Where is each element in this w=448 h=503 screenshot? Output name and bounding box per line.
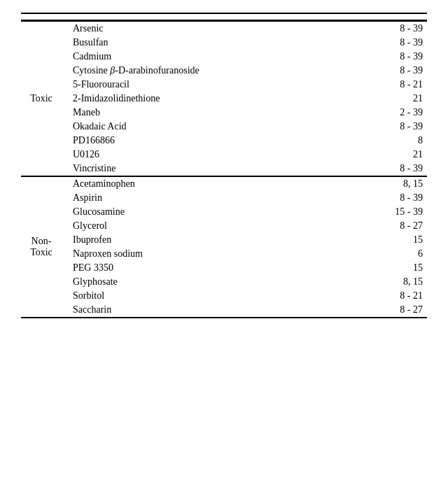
chemical-name: Arsenic: [63, 21, 353, 36]
missing-days-value: 8 - 39: [353, 191, 427, 205]
chemical-name: U0126: [63, 148, 353, 162]
table-row: Busulfan8 - 39: [21, 36, 427, 50]
chemical-name: PEG 3350: [63, 261, 353, 275]
chemical-name: Naproxen sodium: [63, 247, 353, 261]
missing-days-value: 15: [353, 261, 427, 275]
chemical-name: Cadmium: [63, 50, 353, 64]
chemical-name: Glycerol: [63, 219, 353, 233]
table-row: Okadaic Acid8 - 39: [21, 120, 427, 134]
table-row: Glucosamine15 - 39: [21, 205, 427, 219]
missing-days-value: 8, 15: [353, 275, 427, 289]
table-row: PEG 335015: [21, 261, 427, 275]
table-row: Aspirin8 - 39: [21, 191, 427, 205]
chemical-name: Ibuprofen: [63, 233, 353, 247]
section-label: Non-Toxic: [21, 177, 63, 318]
table-row: Glyphosate8, 15: [21, 275, 427, 289]
chemical-name: Okadaic Acid: [63, 120, 353, 134]
chemical-name: Aspirin: [63, 191, 353, 205]
chemical-name: 2-Imidazolidinethione: [63, 92, 353, 106]
table-row: Non-ToxicAcetaminophen8, 15: [21, 177, 427, 192]
table-row: Cadmium8 - 39: [21, 50, 427, 64]
missing-days-value: 8: [353, 134, 427, 148]
missing-days-value: 15 - 39: [353, 205, 427, 219]
table-row: Saccharin8 - 27: [21, 303, 427, 318]
table-row: 2-Imidazolidinethione21: [21, 92, 427, 106]
label-col-header: [21, 14, 63, 20]
missing-days-value: 8, 15: [353, 177, 427, 192]
missing-days-value: 8 - 21: [353, 289, 427, 303]
table-row: Glycerol8 - 27: [21, 219, 427, 233]
table-row: U012621: [21, 148, 427, 162]
missing-days-value: 8 - 39: [353, 50, 427, 64]
table-wrapper: ToxicArsenic8 - 39Busulfan8 - 39Cadmium8…: [21, 13, 427, 318]
table-row: 5-Fluorouracil8 - 21: [21, 78, 427, 92]
chemical-name: PD166866: [63, 134, 353, 148]
missing-days-value: 8 - 27: [353, 303, 427, 318]
data-table: ToxicArsenic8 - 39Busulfan8 - 39Cadmium8…: [21, 13, 427, 318]
chemical-name: Cytosine β-D-arabinofuranoside: [63, 64, 353, 78]
missing-days-value: 6: [353, 247, 427, 261]
missing-days-value: 2 - 39: [353, 106, 427, 120]
table-row: Cytosine β-D-arabinofuranoside8 - 39: [21, 64, 427, 78]
missing-days-col-header: [353, 14, 427, 20]
missing-days-value: 8 - 39: [353, 36, 427, 50]
missing-days-value: 15: [353, 233, 427, 247]
chemical-col-header: [63, 14, 353, 20]
chemical-name: Sorbitol: [63, 289, 353, 303]
chemical-name: Vincristine: [63, 162, 353, 176]
table-row: Naproxen sodium6: [21, 247, 427, 261]
missing-days-value: 8 - 39: [353, 162, 427, 176]
chemical-name: Glucosamine: [63, 205, 353, 219]
chemical-name: Busulfan: [63, 36, 353, 50]
missing-days-value: 8 - 39: [353, 21, 427, 36]
missing-days-value: 8 - 21: [353, 78, 427, 92]
missing-days-value: 21: [353, 148, 427, 162]
table-row: Sorbitol8 - 21: [21, 289, 427, 303]
table-row: Maneb2 - 39: [21, 106, 427, 120]
table-row: PD1668668: [21, 134, 427, 148]
chemical-name: Saccharin: [63, 303, 353, 318]
missing-days-value: 8 - 27: [353, 219, 427, 233]
section-label: Toxic: [21, 21, 63, 176]
missing-days-value: 8 - 39: [353, 64, 427, 78]
chemical-name: Maneb: [63, 106, 353, 120]
missing-days-value: 21: [353, 92, 427, 106]
table-row: Vincristine8 - 39: [21, 162, 427, 176]
missing-days-value: 8 - 39: [353, 120, 427, 134]
table-row: Ibuprofen15: [21, 233, 427, 247]
chemical-name: Glyphosate: [63, 275, 353, 289]
table-row: ToxicArsenic8 - 39: [21, 21, 427, 36]
chemical-name: Acetaminophen: [63, 177, 353, 192]
chemical-name: 5-Fluorouracil: [63, 78, 353, 92]
